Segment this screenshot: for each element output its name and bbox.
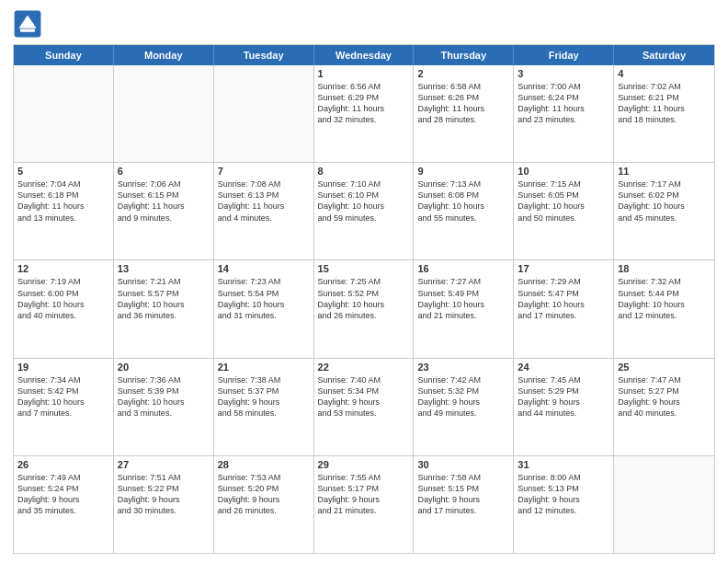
day-content: Sunrise: 7:21 AM Sunset: 5:57 PM Dayligh…: [118, 276, 210, 321]
day-cell-11: 11Sunrise: 7:17 AM Sunset: 6:02 PM Dayli…: [614, 163, 714, 259]
day-cell-12: 12Sunrise: 7:19 AM Sunset: 6:00 PM Dayli…: [14, 260, 114, 357]
empty-cell-0-1: [114, 65, 214, 162]
day-content: Sunrise: 7:29 AM Sunset: 5:47 PM Dayligh…: [518, 276, 609, 321]
header-day-friday: Friday: [514, 45, 614, 65]
day-cell-18: 18Sunrise: 7:32 AM Sunset: 5:44 PM Dayli…: [614, 260, 714, 357]
logo-icon: [13, 9, 42, 39]
day-number: 7: [218, 166, 310, 177]
day-number: 9: [417, 166, 509, 177]
day-cell-4: 4Sunrise: 7:02 AM Sunset: 6:21 PM Daylig…: [614, 65, 714, 162]
header: [13, 9, 715, 39]
calendar: SundayMondayTuesdayWednesdayThursdayFrid…: [13, 44, 715, 554]
day-content: Sunrise: 7:17 AM Sunset: 6:02 PM Dayligh…: [618, 178, 711, 224]
day-content: Sunrise: 7:06 AM Sunset: 6:15 PM Dayligh…: [118, 178, 210, 224]
day-content: Sunrise: 7:10 AM Sunset: 6:10 PM Dayligh…: [318, 178, 410, 224]
day-content: Sunrise: 7:32 AM Sunset: 5:44 PM Dayligh…: [618, 276, 711, 321]
day-number: 18: [618, 263, 711, 274]
header-day-thursday: Thursday: [414, 45, 514, 65]
day-content: Sunrise: 7:25 AM Sunset: 5:52 PM Dayligh…: [318, 276, 410, 321]
empty-cell-0-0: [14, 65, 114, 162]
day-number: 10: [518, 166, 609, 177]
day-cell-17: 17Sunrise: 7:29 AM Sunset: 5:47 PM Dayli…: [514, 260, 614, 357]
calendar-row-1: 1Sunrise: 6:56 AM Sunset: 6:29 PM Daylig…: [14, 65, 714, 163]
day-content: Sunrise: 7:08 AM Sunset: 6:13 PM Dayligh…: [218, 178, 310, 224]
day-number: 16: [417, 263, 509, 274]
day-number: 20: [118, 362, 210, 373]
empty-cell-0-2: [214, 65, 314, 162]
header-day-sunday: Sunday: [14, 45, 114, 65]
day-number: 2: [417, 68, 509, 79]
day-number: 15: [318, 263, 410, 274]
day-number: 4: [618, 68, 711, 79]
day-cell-22: 22Sunrise: 7:40 AM Sunset: 5:34 PM Dayli…: [314, 359, 415, 455]
day-cell-13: 13Sunrise: 7:21 AM Sunset: 5:57 PM Dayli…: [114, 260, 214, 357]
day-number: 1: [318, 68, 410, 79]
day-number: 13: [118, 263, 210, 274]
day-content: Sunrise: 7:51 AM Sunset: 5:22 PM Dayligh…: [118, 472, 210, 517]
day-number: 30: [417, 459, 509, 470]
logo: [13, 9, 46, 39]
day-content: Sunrise: 7:15 AM Sunset: 6:05 PM Dayligh…: [518, 178, 609, 224]
day-cell-21: 21Sunrise: 7:38 AM Sunset: 5:37 PM Dayli…: [214, 359, 314, 455]
day-cell-3: 3Sunrise: 7:00 AM Sunset: 6:24 PM Daylig…: [514, 65, 614, 162]
page: SundayMondayTuesdayWednesdayThursdayFrid…: [0, 0, 728, 563]
day-content: Sunrise: 7:58 AM Sunset: 5:15 PM Dayligh…: [417, 472, 509, 517]
day-content: Sunrise: 7:23 AM Sunset: 5:54 PM Dayligh…: [218, 276, 310, 321]
day-number: 11: [618, 166, 711, 177]
day-number: 8: [318, 166, 410, 177]
day-number: 29: [318, 459, 410, 470]
day-cell-1: 1Sunrise: 6:56 AM Sunset: 6:29 PM Daylig…: [314, 65, 415, 162]
day-cell-2: 2Sunrise: 6:58 AM Sunset: 6:26 PM Daylig…: [414, 65, 514, 162]
day-content: Sunrise: 7:27 AM Sunset: 5:49 PM Dayligh…: [417, 276, 509, 321]
header-day-saturday: Saturday: [614, 45, 714, 65]
day-number: 6: [118, 166, 210, 177]
day-number: 12: [17, 263, 109, 274]
day-content: Sunrise: 6:58 AM Sunset: 6:26 PM Dayligh…: [417, 81, 509, 126]
day-content: Sunrise: 7:53 AM Sunset: 5:20 PM Dayligh…: [218, 472, 310, 517]
day-cell-8: 8Sunrise: 7:10 AM Sunset: 6:10 PM Daylig…: [314, 163, 415, 259]
day-content: Sunrise: 7:47 AM Sunset: 5:27 PM Dayligh…: [618, 374, 711, 419]
day-number: 17: [518, 263, 609, 274]
day-number: 23: [417, 362, 509, 373]
day-content: Sunrise: 8:00 AM Sunset: 5:13 PM Dayligh…: [518, 472, 609, 517]
day-number: 5: [17, 166, 109, 177]
day-number: 24: [518, 362, 609, 373]
day-cell-24: 24Sunrise: 7:45 AM Sunset: 5:29 PM Dayli…: [514, 359, 614, 455]
day-cell-27: 27Sunrise: 7:51 AM Sunset: 5:22 PM Dayli…: [114, 456, 214, 553]
day-number: 27: [118, 459, 210, 470]
day-content: Sunrise: 7:00 AM Sunset: 6:24 PM Dayligh…: [518, 81, 609, 126]
day-number: 14: [218, 263, 310, 274]
day-content: Sunrise: 7:04 AM Sunset: 6:18 PM Dayligh…: [17, 178, 109, 224]
day-content: Sunrise: 7:13 AM Sunset: 6:08 PM Dayligh…: [417, 178, 509, 224]
day-cell-28: 28Sunrise: 7:53 AM Sunset: 5:20 PM Dayli…: [214, 456, 314, 553]
day-content: Sunrise: 7:40 AM Sunset: 5:34 PM Dayligh…: [318, 374, 410, 419]
day-content: Sunrise: 6:56 AM Sunset: 6:29 PM Dayligh…: [318, 81, 410, 126]
calendar-header: SundayMondayTuesdayWednesdayThursdayFrid…: [14, 45, 714, 65]
day-content: Sunrise: 7:38 AM Sunset: 5:37 PM Dayligh…: [218, 374, 310, 419]
day-cell-15: 15Sunrise: 7:25 AM Sunset: 5:52 PM Dayli…: [314, 260, 415, 357]
day-cell-20: 20Sunrise: 7:36 AM Sunset: 5:39 PM Dayli…: [114, 359, 214, 455]
day-cell-19: 19Sunrise: 7:34 AM Sunset: 5:42 PM Dayli…: [14, 359, 114, 455]
day-cell-10: 10Sunrise: 7:15 AM Sunset: 6:05 PM Dayli…: [514, 163, 614, 259]
day-cell-31: 31Sunrise: 8:00 AM Sunset: 5:13 PM Dayli…: [514, 456, 614, 553]
day-number: 25: [618, 362, 711, 373]
day-cell-5: 5Sunrise: 7:04 AM Sunset: 6:18 PM Daylig…: [14, 163, 114, 259]
day-content: Sunrise: 7:42 AM Sunset: 5:32 PM Dayligh…: [417, 374, 509, 419]
calendar-row-3: 12Sunrise: 7:19 AM Sunset: 6:00 PM Dayli…: [14, 260, 714, 358]
svg-rect-2: [20, 29, 35, 32]
day-number: 3: [518, 68, 609, 79]
day-cell-16: 16Sunrise: 7:27 AM Sunset: 5:49 PM Dayli…: [414, 260, 514, 357]
day-number: 28: [218, 459, 310, 470]
day-number: 22: [318, 362, 410, 373]
header-day-tuesday: Tuesday: [214, 45, 314, 65]
day-cell-23: 23Sunrise: 7:42 AM Sunset: 5:32 PM Dayli…: [414, 359, 514, 455]
day-content: Sunrise: 7:34 AM Sunset: 5:42 PM Dayligh…: [17, 374, 109, 419]
calendar-body: 1Sunrise: 6:56 AM Sunset: 6:29 PM Daylig…: [14, 65, 714, 553]
day-cell-29: 29Sunrise: 7:55 AM Sunset: 5:17 PM Dayli…: [314, 456, 415, 553]
calendar-row-5: 26Sunrise: 7:49 AM Sunset: 5:24 PM Dayli…: [14, 456, 714, 553]
day-cell-30: 30Sunrise: 7:58 AM Sunset: 5:15 PM Dayli…: [414, 456, 514, 553]
day-cell-7: 7Sunrise: 7:08 AM Sunset: 6:13 PM Daylig…: [214, 163, 314, 259]
day-number: 21: [218, 362, 310, 373]
day-content: Sunrise: 7:45 AM Sunset: 5:29 PM Dayligh…: [518, 374, 609, 419]
calendar-row-2: 5Sunrise: 7:04 AM Sunset: 6:18 PM Daylig…: [14, 163, 714, 260]
